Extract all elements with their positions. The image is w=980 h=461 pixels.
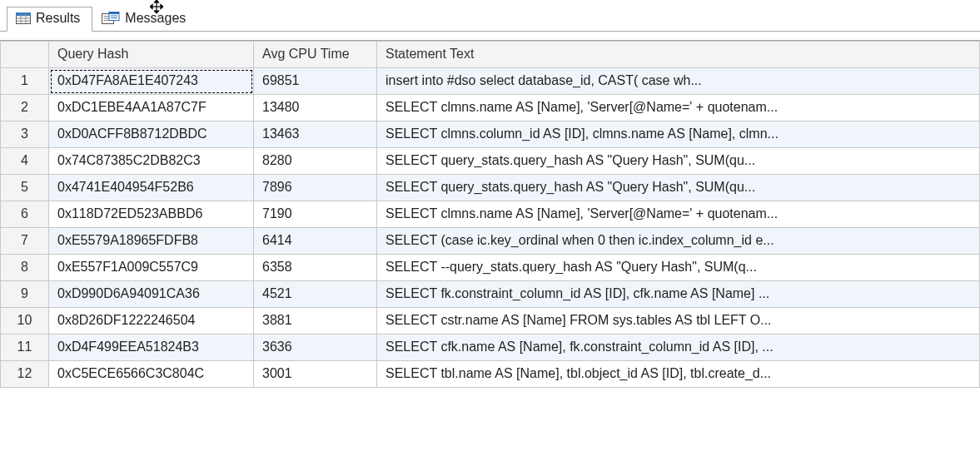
- cell-statement[interactable]: SELECT --query_stats.query_hash AS "Quer…: [377, 255, 980, 281]
- cell-statement[interactable]: SELECT cfk.name AS [Name], fk.constraint…: [377, 335, 980, 361]
- cell-avg-cpu[interactable]: 8280: [254, 148, 377, 175]
- cell-query-hash[interactable]: 0xD990D6A94091CA36: [49, 281, 254, 308]
- cell-avg-cpu[interactable]: 3881: [254, 308, 377, 335]
- row-number-cell[interactable]: 9: [1, 281, 49, 308]
- row-number-cell[interactable]: 4: [1, 148, 49, 175]
- table-row[interactable]: 100x8D26DF12222465043881SELECT cstr.name…: [1, 308, 980, 335]
- tab-results[interactable]: Results: [7, 7, 92, 32]
- tab-results-label: Results: [36, 11, 80, 26]
- cell-statement[interactable]: SELECT cstr.name AS [Name] FROM sys.tabl…: [377, 308, 980, 335]
- tab-bar: Results Messages: [0, 0, 980, 32]
- grid-icon: [16, 12, 31, 24]
- table-row[interactable]: 40x74C87385C2DB82C38280SELECT query_stat…: [1, 148, 980, 175]
- cell-avg-cpu[interactable]: 13463: [254, 121, 377, 148]
- row-number-cell[interactable]: 2: [1, 95, 49, 121]
- table-row[interactable]: 30xD0ACFF8B8712DBDC13463SELECT clmns.col…: [1, 121, 980, 148]
- table-row[interactable]: 80xE557F1A009C557C96358SELECT --query_st…: [1, 255, 980, 281]
- cell-avg-cpu[interactable]: 7190: [254, 201, 377, 228]
- cell-query-hash[interactable]: 0xE557F1A009C557C9: [49, 255, 254, 281]
- cell-query-hash[interactable]: 0xD0ACFF8B8712DBDC: [49, 121, 254, 148]
- cell-statement[interactable]: SELECT clmns.name AS [Name], 'Server[@Na…: [377, 201, 980, 228]
- cell-query-hash[interactable]: 0xC5ECE6566C3C804C: [49, 361, 254, 388]
- cell-statement[interactable]: insert into #dso select database_id, CAS…: [377, 68, 980, 95]
- cell-avg-cpu[interactable]: 13480: [254, 95, 377, 121]
- cell-query-hash[interactable]: 0xDC1EBE4AA1A87C7F: [49, 95, 254, 121]
- cell-avg-cpu[interactable]: 3001: [254, 361, 377, 388]
- row-number-cell[interactable]: 7: [1, 228, 49, 255]
- row-number-cell[interactable]: 11: [1, 335, 49, 361]
- cell-statement[interactable]: SELECT clmns.column_id AS [ID], clmns.na…: [377, 121, 980, 148]
- row-number-cell[interactable]: 5: [1, 175, 49, 201]
- row-number-cell[interactable]: 8: [1, 255, 49, 281]
- table-row[interactable]: 120xC5ECE6566C3C804C3001SELECT tbl.name …: [1, 361, 980, 388]
- results-panel: Query Hash Avg CPU Time Statement Text 1…: [0, 40, 980, 461]
- cell-query-hash[interactable]: 0x118D72ED523ABBD6: [49, 201, 254, 228]
- row-number-cell[interactable]: 12: [1, 361, 49, 388]
- column-header-row[interactable]: Query Hash Avg CPU Time Statement Text: [1, 42, 980, 68]
- cell-statement[interactable]: SELECT clmns.name AS [Name], 'Server[@Na…: [377, 95, 980, 121]
- table-row[interactable]: 110xD4F499EEA51824B33636SELECT cfk.name …: [1, 335, 980, 361]
- col-header-query-hash[interactable]: Query Hash: [49, 42, 254, 68]
- tab-messages-label: Messages: [125, 11, 186, 26]
- table-row[interactable]: 70xE5579A18965FDFB86414SELECT (case ic.k…: [1, 228, 980, 255]
- table-row[interactable]: 10xD47FA8AE1E40724369851insert into #dso…: [1, 68, 980, 95]
- cell-query-hash[interactable]: 0xE5579A18965FDFB8: [49, 228, 254, 255]
- svg-rect-17: [109, 12, 119, 15]
- cell-statement[interactable]: SELECT fk.constraint_column_id AS [ID], …: [377, 281, 980, 308]
- row-number-cell[interactable]: 6: [1, 201, 49, 228]
- cell-avg-cpu[interactable]: 6358: [254, 255, 377, 281]
- table-row[interactable]: 50x4741E404954F52B67896SELECT query_stat…: [1, 175, 980, 201]
- cell-avg-cpu[interactable]: 3636: [254, 335, 377, 361]
- row-number-cell[interactable]: 1: [1, 68, 49, 95]
- row-number-cell[interactable]: 3: [1, 121, 49, 148]
- col-header-statement[interactable]: Statement Text: [377, 42, 980, 68]
- cell-avg-cpu[interactable]: 6414: [254, 228, 377, 255]
- cell-query-hash[interactable]: 0xD4F499EEA51824B3: [49, 335, 254, 361]
- cell-query-hash[interactable]: 0x4741E404954F52B6: [49, 175, 254, 201]
- results-grid[interactable]: Query Hash Avg CPU Time Statement Text 1…: [0, 41, 980, 388]
- cell-statement[interactable]: SELECT (case ic.key_ordinal when 0 then …: [377, 228, 980, 255]
- messages-icon: [102, 12, 120, 25]
- cell-query-hash[interactable]: 0x74C87385C2DB82C3: [49, 148, 254, 175]
- cell-avg-cpu[interactable]: 4521: [254, 281, 377, 308]
- cell-statement[interactable]: SELECT query_stats.query_hash AS "Query …: [377, 175, 980, 201]
- tab-messages[interactable]: Messages: [92, 7, 198, 32]
- cell-avg-cpu[interactable]: 69851: [254, 68, 377, 95]
- table-row[interactable]: 20xDC1EBE4AA1A87C7F13480SELECT clmns.nam…: [1, 95, 980, 121]
- row-number-cell[interactable]: 10: [1, 308, 49, 335]
- table-row[interactable]: 90xD990D6A94091CA364521SELECT fk.constra…: [1, 281, 980, 308]
- table-row[interactable]: 60x118D72ED523ABBD67190SELECT clmns.name…: [1, 201, 980, 228]
- col-header-blank[interactable]: [1, 42, 49, 68]
- cell-query-hash[interactable]: 0x8D26DF1222246504: [49, 308, 254, 335]
- cell-avg-cpu[interactable]: 7896: [254, 175, 377, 201]
- cell-statement[interactable]: SELECT query_stats.query_hash AS "Query …: [377, 148, 980, 175]
- col-header-avg-cpu[interactable]: Avg CPU Time: [254, 42, 377, 68]
- cell-statement[interactable]: SELECT tbl.name AS [Name], tbl.object_id…: [377, 361, 980, 388]
- cell-query-hash[interactable]: 0xD47FA8AE1E407243: [49, 68, 254, 95]
- svg-rect-7: [17, 13, 31, 16]
